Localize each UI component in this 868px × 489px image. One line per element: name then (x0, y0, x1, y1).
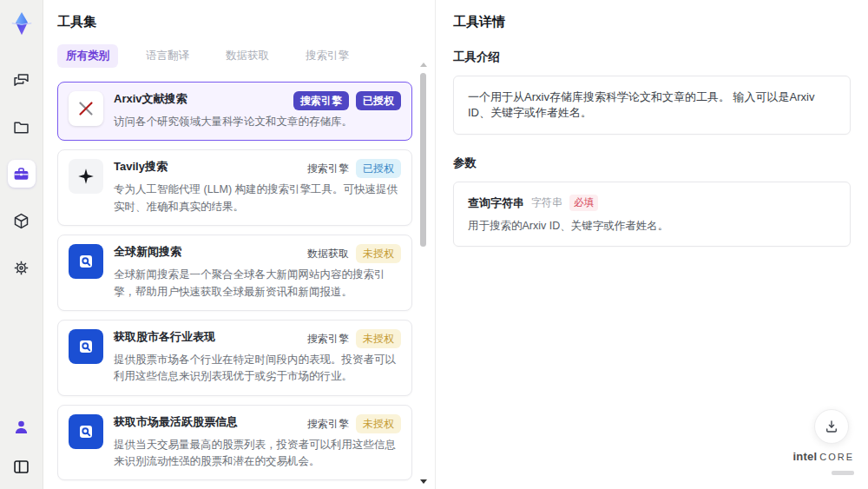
app-logo-icon[interactable] (9, 10, 35, 36)
intro-section-header: 工具介绍 (453, 50, 851, 65)
page-title: 工具集 (57, 14, 412, 30)
stock-sector-icon (69, 329, 103, 364)
tool-name: Arxiv文献搜索 (114, 91, 187, 107)
category-badge: 搜索引擎 (307, 329, 349, 348)
main-area: 工具集 所有类别 语言翻译 数据获取 搜索引擎 (43, 0, 868, 489)
tab-search-engine[interactable]: 搜索引擎 (297, 44, 358, 68)
package-icon[interactable] (8, 207, 36, 235)
arxiv-logo-icon (69, 91, 103, 126)
tool-name: 获取市场最活跃股票信息 (114, 414, 238, 430)
tavily-star-icon (69, 159, 103, 194)
user-avatar-icon[interactable] (8, 413, 36, 440)
param-name: 查询字符串 (468, 195, 524, 211)
list-scrollbar[interactable] (419, 63, 427, 484)
tool-description: 专为人工智能代理 (LLM) 构建的搜索引擎工具。可快速提供实时、准确和真实的结… (114, 182, 401, 215)
toolbox-icon-active[interactable] (8, 160, 36, 188)
auth-status-badge: 未授权 (356, 414, 401, 433)
category-badge: 搜索引擎 (293, 91, 349, 110)
chat-icon[interactable] (8, 66, 36, 94)
tool-card-list: Arxiv文献搜索 搜索引擎 已授权 访问各个研究领域大量科学论文和文章的存储库… (57, 82, 412, 489)
core-wordmark: core (819, 452, 854, 462)
settings-gear-icon[interactable] (8, 254, 36, 281)
tool-detail-panel: 工具详情 工具介绍 一个用于从Arxiv存储库搜索科学论文和文章的工具。 输入可… (436, 0, 868, 489)
active-stocks-icon (69, 414, 103, 449)
tool-name: 全球新闻搜索 (114, 244, 181, 260)
category-badge: 数据获取 (307, 244, 349, 263)
tool-intro-text: 一个用于从Arxiv存储库搜索科学论文和文章的工具。 输入可以是Arxiv ID… (453, 76, 851, 135)
app-window: 工具集 所有类别 语言翻译 数据获取 搜索引擎 (0, 0, 868, 489)
category-badge: 搜索引擎 (307, 159, 349, 178)
category-badge: 搜索引擎 (307, 414, 349, 433)
intel-core-logo: intelcore (792, 448, 854, 479)
news-search-icon (69, 244, 103, 279)
tool-name: Tavily搜索 (114, 159, 168, 175)
scrollbar-thumb[interactable] (420, 73, 426, 247)
intel-core-sub-badge (832, 471, 854, 475)
tool-name: 获取股市各行业表现 (114, 329, 215, 345)
param-description: 用于搜索的Arxiv ID、关键字或作者姓名。 (468, 219, 836, 234)
param-type: 字符串 (531, 195, 562, 210)
sidebar (0, 0, 43, 489)
tool-description: 提供股票市场各个行业在特定时间段内的表现。投资者可以利用这些信息来识别表现优于或… (114, 352, 401, 386)
tool-card-global-news[interactable]: 全球新闻搜索 数据获取 未授权 全球新闻搜索是一个聚合全球各大新闻网站内容的搜索… (57, 235, 412, 311)
tab-all-categories[interactable]: 所有类别 (57, 44, 118, 68)
parameter-item: 查询字符串 字符串 必填 用于搜索的Arxiv ID、关键字或作者姓名。 (453, 182, 851, 247)
panel-toggle-icon[interactable] (8, 453, 36, 480)
auth-status-badge: 已授权 (356, 91, 401, 110)
tab-data-acquisition[interactable]: 数据获取 (217, 44, 278, 68)
tool-card-stock-sectors[interactable]: 获取股市各行业表现 搜索引擎 未授权 提供股票市场各个行业在特定时间段内的表现。… (57, 320, 412, 396)
scroll-up-arrow[interactable] (420, 63, 427, 67)
tool-description: 全球新闻搜索是一个聚合全球各大新闻网站内容的搜索引擎，帮助用户快速获取全球最新资… (114, 267, 401, 301)
category-tabs: 所有类别 语言翻译 数据获取 搜索引擎 (57, 44, 412, 68)
scroll-down-arrow[interactable] (420, 479, 427, 484)
auth-status-badge: 未授权 (356, 329, 401, 348)
tool-card-active-stocks[interactable]: 获取市场最活跃股票信息 搜索引擎 未授权 提供当天交易量最高的股票列表，投资者可… (57, 405, 412, 481)
tools-list-panel: 工具集 所有类别 语言翻译 数据获取 搜索引擎 (43, 0, 436, 489)
tab-language-translation[interactable]: 语言翻译 (137, 44, 198, 68)
tool-description: 访问各个研究领域大量科学论文和文章的存储库。 (114, 114, 401, 130)
folder-icon[interactable] (8, 113, 36, 141)
params-section-header: 参数 (453, 155, 851, 171)
auth-status-badge: 未授权 (356, 244, 401, 263)
param-required-badge: 必填 (569, 195, 598, 211)
sidebar-bottom (8, 413, 36, 480)
tool-card-arxiv[interactable]: Arxiv文献搜索 搜索引擎 已授权 访问各个研究领域大量科学论文和文章的存储库… (57, 82, 412, 141)
tool-description: 提供当天交易量最高的股票列表，投资者可以利用这些信息来识别流动性强的股票和潜在的… (114, 437, 401, 471)
detail-title: 工具详情 (453, 14, 851, 30)
tool-card-tavily[interactable]: Tavily搜索 搜索引擎 已授权 专为人工智能代理 (LLM) 构建的搜索引擎… (57, 149, 412, 226)
download-button[interactable] (814, 409, 849, 444)
auth-status-badge: 已授权 (356, 159, 401, 178)
sidebar-nav (8, 66, 36, 281)
intel-wordmark: intel (792, 450, 817, 463)
